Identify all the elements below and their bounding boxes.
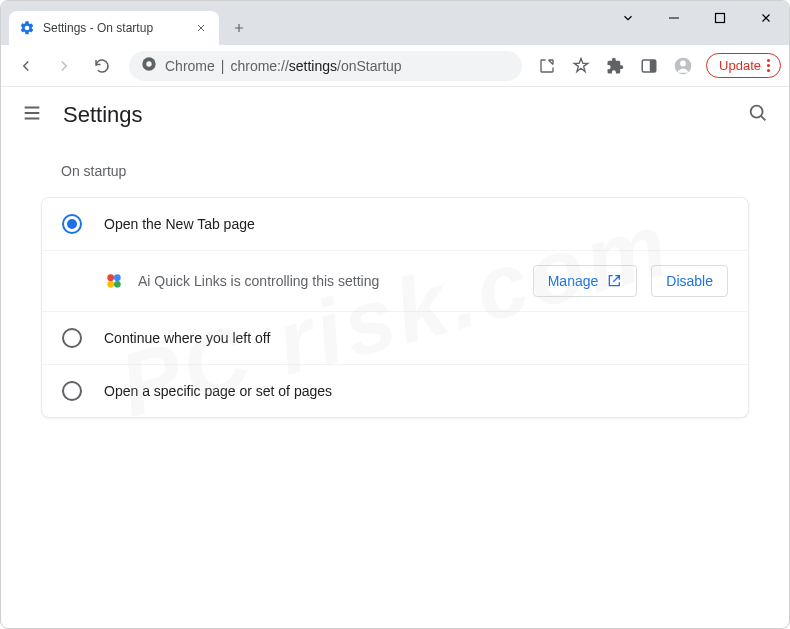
search-icon[interactable] bbox=[747, 102, 769, 128]
window-controls bbox=[605, 1, 789, 45]
window-titlebar: Settings - On startup bbox=[1, 1, 789, 45]
chrome-icon bbox=[141, 56, 157, 76]
address-text: Chrome | chrome://settings/onStartup bbox=[165, 58, 402, 74]
new-tab-button[interactable] bbox=[225, 14, 253, 42]
chevron-down-icon[interactable] bbox=[605, 2, 651, 34]
update-button[interactable]: Update bbox=[706, 53, 781, 78]
option-specific-pages[interactable]: Open a specific page or set of pages bbox=[42, 365, 748, 417]
menu-dots-icon bbox=[767, 59, 770, 72]
page-title: Settings bbox=[63, 102, 143, 128]
svg-rect-5 bbox=[650, 60, 656, 72]
reload-button[interactable] bbox=[85, 49, 119, 83]
extensions-icon[interactable] bbox=[600, 51, 630, 81]
back-button[interactable] bbox=[9, 49, 43, 83]
option-continue[interactable]: Continue where you left off bbox=[42, 312, 748, 365]
settings-content: On startup Open the New Tab page Ai Quic… bbox=[1, 143, 789, 438]
extension-notice: Ai Quick Links is controlling this setti… bbox=[42, 251, 748, 312]
gear-icon bbox=[19, 20, 35, 36]
extension-logo-icon bbox=[104, 271, 124, 291]
close-icon[interactable] bbox=[193, 20, 209, 36]
forward-button[interactable] bbox=[47, 49, 81, 83]
maximize-button[interactable] bbox=[697, 2, 743, 34]
svg-point-11 bbox=[107, 281, 114, 288]
address-bar[interactable]: Chrome | chrome://settings/onStartup bbox=[129, 51, 522, 81]
section-title: On startup bbox=[61, 163, 749, 179]
share-icon[interactable] bbox=[532, 51, 562, 81]
hamburger-icon[interactable] bbox=[21, 102, 45, 128]
radio-checked-icon bbox=[62, 214, 82, 234]
close-button[interactable] bbox=[743, 2, 789, 34]
browser-tab[interactable]: Settings - On startup bbox=[9, 11, 219, 45]
radio-unchecked-icon bbox=[62, 328, 82, 348]
svg-point-7 bbox=[680, 60, 686, 66]
svg-point-10 bbox=[114, 274, 121, 281]
disable-button[interactable]: Disable bbox=[651, 265, 728, 297]
browser-toolbar: Chrome | chrome://settings/onStartup Upd… bbox=[1, 45, 789, 87]
svg-point-9 bbox=[107, 274, 114, 281]
profile-icon[interactable] bbox=[668, 51, 698, 81]
settings-header: Settings bbox=[1, 87, 789, 143]
svg-point-3 bbox=[146, 61, 151, 66]
option-new-tab[interactable]: Open the New Tab page bbox=[42, 198, 748, 251]
minimize-button[interactable] bbox=[651, 2, 697, 34]
svg-rect-1 bbox=[716, 14, 725, 23]
tab-title: Settings - On startup bbox=[43, 21, 185, 35]
svg-point-8 bbox=[751, 106, 763, 118]
startup-card: Open the New Tab page Ai Quick Links is … bbox=[41, 197, 749, 418]
sidepanel-icon[interactable] bbox=[634, 51, 664, 81]
open-external-icon bbox=[606, 273, 622, 289]
radio-unchecked-icon bbox=[62, 381, 82, 401]
manage-button[interactable]: Manage bbox=[533, 265, 638, 297]
svg-point-12 bbox=[114, 281, 121, 288]
bookmark-icon[interactable] bbox=[566, 51, 596, 81]
